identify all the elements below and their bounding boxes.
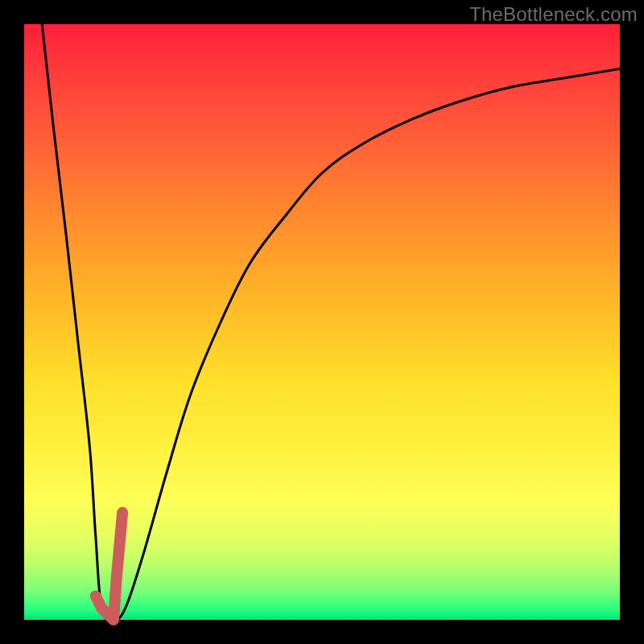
highlight-segment bbox=[96, 513, 122, 620]
curve-layer bbox=[24, 24, 620, 620]
watermark-text: TheBottleneck.com bbox=[469, 3, 638, 26]
chart-frame: TheBottleneck.com bbox=[0, 0, 644, 644]
plot-area bbox=[24, 24, 620, 620]
bottleneck-curve bbox=[42, 24, 620, 620]
